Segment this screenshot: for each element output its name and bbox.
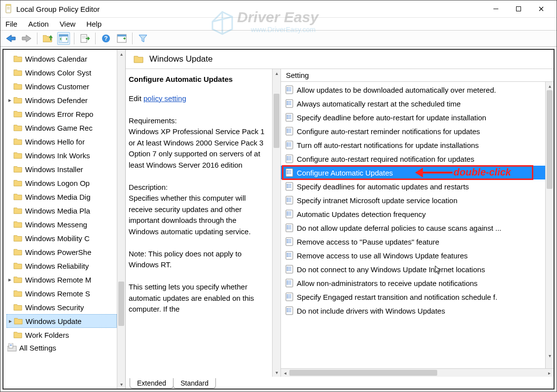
- tree-item[interactable]: ▸Windows Update: [6, 314, 117, 328]
- minimize-button[interactable]: [485, 1, 507, 16]
- titlebar[interactable]: Local Group Policy Editor: [0, 0, 557, 17]
- chevron-right-icon[interactable]: ▸: [6, 277, 13, 283]
- folder-icon: [134, 55, 144, 64]
- menu-action[interactable]: Action: [28, 20, 49, 28]
- setting-item[interactable]: Remove access to "Pause updates" feature: [281, 235, 545, 249]
- setting-item[interactable]: Configure auto-restart required notifica…: [281, 152, 545, 166]
- tree-item[interactable]: Windows Mobility C: [6, 231, 117, 245]
- tree-item[interactable]: Windows Calendar: [6, 52, 117, 66]
- tree-item[interactable]: Windows Hello for: [6, 135, 117, 148]
- setting-label: Automatic Updates detection frequency: [297, 210, 426, 218]
- tree-item[interactable]: Windows Reliability: [6, 259, 117, 273]
- policy-icon: [285, 154, 294, 163]
- settings-list[interactable]: Allow updates to be downloaded automatic…: [281, 82, 545, 368]
- scroll-thumb[interactable]: [547, 90, 553, 189]
- setting-item[interactable]: Automatic Updates detection frequency: [281, 207, 545, 221]
- edit-policy-link[interactable]: policy setting: [143, 94, 186, 103]
- tab-standard[interactable]: Standard: [173, 378, 216, 389]
- export-list-button[interactable]: [78, 32, 91, 45]
- tree-scrollbar[interactable]: ▴ ▾: [117, 50, 125, 389]
- tree-item[interactable]: Windows Customer: [6, 79, 117, 93]
- scroll-down-icon[interactable]: ▾: [546, 352, 554, 360]
- setting-item[interactable]: Specify deadline before auto-restart for…: [281, 110, 545, 124]
- client-area: Windows CalendarWindows Color SystWindow…: [2, 49, 555, 390]
- setting-item[interactable]: Allow updates to be downloaded automatic…: [281, 83, 545, 97]
- policy-icon: [285, 182, 294, 191]
- folder-tree[interactable]: Windows CalendarWindows Color SystWindow…: [3, 50, 117, 389]
- setting-label: Always automatically restart at the sche…: [297, 100, 461, 108]
- settings-pane: Setting Allow updates to be downloaded a…: [280, 69, 554, 377]
- scroll-up-icon[interactable]: ▴: [546, 82, 554, 90]
- setting-item[interactable]: Do not connect to any Windows Update Int…: [281, 262, 545, 276]
- tree-item[interactable]: Windows Installer: [6, 162, 117, 176]
- filter-button[interactable]: [137, 32, 149, 45]
- setting-item[interactable]: Allow non-administrators to receive upda…: [281, 276, 545, 290]
- scroll-up-icon[interactable]: ▴: [273, 69, 280, 77]
- policy-icon: [285, 306, 294, 315]
- scroll-thumb[interactable]: [289, 370, 437, 376]
- tree-item[interactable]: Windows Ink Works: [6, 148, 117, 162]
- setting-item[interactable]: Configure auto-restart reminder notifica…: [281, 124, 545, 138]
- scroll-up-icon[interactable]: ▴: [117, 50, 125, 58]
- properties-button[interactable]: [115, 32, 128, 45]
- setting-item[interactable]: Always automatically restart at the sche…: [281, 97, 545, 110]
- settings-hscrollbar[interactable]: ◂ ▸: [281, 368, 554, 377]
- close-button[interactable]: [530, 1, 553, 16]
- tree-item[interactable]: Windows Media Dig: [6, 190, 117, 204]
- tree-item-label: Windows Mobility C: [25, 235, 90, 242]
- setting-item[interactable]: Remove access to use all Windows Update …: [281, 249, 545, 262]
- tree-item-label: Windows Installer: [25, 166, 83, 173]
- show-hide-tree-button[interactable]: [57, 32, 70, 45]
- up-button[interactable]: [41, 32, 54, 45]
- all-settings-label: All Settings: [19, 344, 56, 352]
- menu-help[interactable]: Help: [86, 20, 102, 28]
- tree-item[interactable]: Windows Security: [6, 300, 117, 314]
- folder-icon: [13, 331, 23, 339]
- policy-icon: [285, 292, 294, 301]
- setting-item[interactable]: Do not include drivers with Windows Upda…: [281, 304, 545, 318]
- tree-item[interactable]: Windows Media Pla: [6, 204, 117, 217]
- policy-icon: [285, 141, 294, 149]
- back-button[interactable]: [4, 32, 17, 45]
- settings-scrollbar[interactable]: ▴ ▾: [545, 82, 554, 368]
- scroll-thumb[interactable]: [118, 282, 124, 326]
- setting-item[interactable]: Configure Automatic Updates: [281, 166, 545, 179]
- description-scrollbar[interactable]: ▴ ▾: [272, 69, 280, 377]
- tree-item[interactable]: Windows PowerShe: [6, 245, 117, 259]
- description-pane: Configure Automatic Updates Edit policy …: [126, 69, 280, 377]
- tree-item[interactable]: Windows Remote S: [6, 286, 117, 300]
- tree-item-label: Windows Customer: [25, 83, 89, 90]
- tree-item[interactable]: Windows Logon Op: [6, 176, 117, 190]
- setting-label: Remove access to use all Windows Update …: [297, 251, 468, 260]
- tree-item[interactable]: Work Folders: [6, 328, 117, 342]
- scroll-down-icon[interactable]: ▾: [117, 380, 125, 389]
- tree-item[interactable]: ▸Windows Defender: [6, 93, 117, 107]
- forward-button[interactable]: [20, 32, 33, 45]
- tree-item[interactable]: Windows Error Repo: [6, 107, 117, 121]
- folder-icon: [13, 69, 23, 76]
- tree-item-label: Windows Ink Works: [25, 152, 90, 159]
- scroll-thumb[interactable]: [274, 94, 279, 148]
- setting-item[interactable]: Specify deadlines for automatic updates …: [281, 179, 545, 193]
- chevron-right-icon[interactable]: ▸: [6, 97, 13, 103]
- settings-header[interactable]: Setting: [281, 69, 554, 82]
- all-settings[interactable]: All Settings: [6, 342, 117, 354]
- maximize-button[interactable]: [507, 1, 530, 16]
- menu-file[interactable]: File: [5, 20, 17, 28]
- setting-item[interactable]: Turn off auto-restart notifications for …: [281, 138, 545, 152]
- tree-item[interactable]: Windows Game Rec: [6, 121, 117, 135]
- menu-view[interactable]: View: [60, 20, 75, 28]
- setting-item[interactable]: Do not allow update deferral policies to…: [281, 221, 545, 235]
- scroll-left-icon[interactable]: ◂: [281, 370, 289, 376]
- tab-extended[interactable]: Extended: [130, 378, 174, 389]
- scroll-down-icon[interactable]: ▾: [273, 368, 280, 377]
- chevron-right-icon[interactable]: ▸: [7, 318, 14, 324]
- tree-item[interactable]: Windows Messeng: [6, 217, 117, 231]
- setting-item[interactable]: Specify intranet Microsoft update servic…: [281, 193, 545, 207]
- tree-item[interactable]: ▸Windows Remote M: [6, 273, 117, 286]
- setting-label: Specify intranet Microsoft update servic…: [297, 196, 457, 205]
- help-button[interactable]: ?: [100, 32, 112, 45]
- setting-item[interactable]: Specify Engaged restart transition and n…: [281, 290, 545, 304]
- scroll-right-icon[interactable]: ▸: [545, 370, 554, 376]
- tree-item[interactable]: Windows Color Syst: [6, 66, 117, 79]
